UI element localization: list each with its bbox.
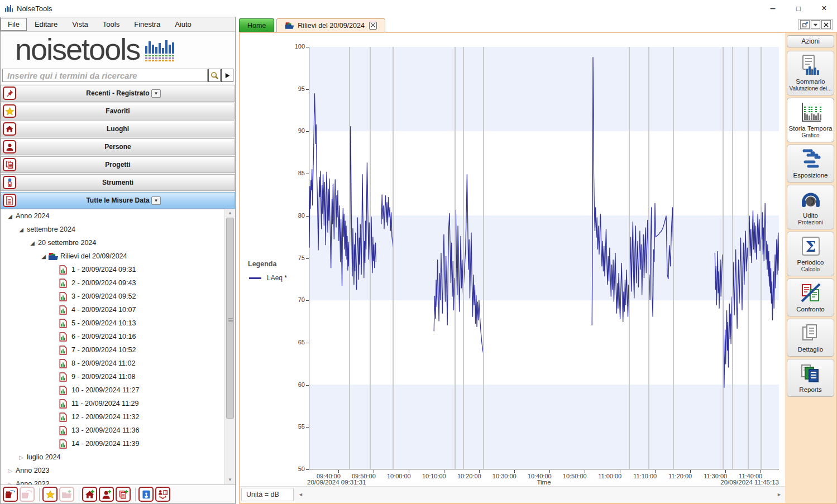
action-sublabel: Grafico	[801, 132, 819, 139]
tree-item[interactable]: 2 - 20/09/2024 09:43	[1, 276, 224, 290]
sidebar-category-progetti[interactable]: Progetti	[1, 156, 235, 173]
mdi-close-button[interactable]	[821, 20, 831, 29]
search-button[interactable]	[208, 69, 221, 82]
actions-panel: Azioni SommarioValutazione dei...Storia …	[785, 33, 836, 503]
chevron-down-icon[interactable]: ▼	[151, 89, 161, 98]
tab-rilievi[interactable]: Rilievi del 20/09/2024	[276, 18, 385, 32]
category-label: Recenti - Registrato	[1, 89, 235, 97]
action-esposizione[interactable]: Esposizione	[787, 145, 834, 183]
tree-item[interactable]: 4 - 20/09/2024 10:07	[1, 303, 224, 316]
expanded-expander-icon[interactable]: ◢	[6, 213, 15, 219]
action-sublabel: Calcolo	[801, 266, 820, 273]
category-label: Persone	[1, 143, 235, 151]
tree-item[interactable]: 10 - 20/09/2024 11:27	[1, 383, 224, 397]
minimize-button[interactable]: –	[760, 0, 786, 17]
tree-item[interactable]: 11 - 20/09/2024 11:29	[1, 397, 224, 410]
mdi-float-button[interactable]	[800, 20, 810, 29]
category-label: Luoghi	[1, 125, 235, 133]
tree-item[interactable]: 13 - 20/09/2024 11:36	[1, 424, 224, 437]
tree-item[interactable]: 1 - 20/09/2024 09:31	[1, 263, 224, 276]
maximize-button[interactable]: □	[786, 0, 811, 17]
person-add-button[interactable]	[99, 487, 114, 502]
measurement-boundary-gridline	[748, 47, 749, 469]
collapsed-expander-icon[interactable]: ▷	[17, 454, 26, 460]
tree-item[interactable]: 7 - 20/09/2024 10:52	[1, 343, 224, 357]
collapsed-expander-icon[interactable]: ▷	[6, 468, 15, 474]
category-label: Tutte le Misure Data	[1, 196, 235, 204]
tab-home[interactable]: Home	[239, 18, 274, 32]
star-box-button[interactable]	[42, 487, 58, 502]
tree-item[interactable]: ▷luglio 2024	[1, 450, 224, 464]
chart-plot-area[interactable]	[309, 47, 779, 469]
tree-scrollbar[interactable]: ▲ ▼	[224, 209, 235, 484]
search-input[interactable]	[2, 69, 208, 82]
action-confronto[interactable]: Confronto	[787, 279, 834, 316]
sidebar-category-tutte-le-misure-data[interactable]: Tutte le Misure Data▼	[1, 192, 235, 209]
y-tick-mark	[306, 216, 309, 217]
document-add-button[interactable]	[116, 487, 131, 502]
folder-open-button[interactable]	[3, 487, 18, 502]
tree-item[interactable]: ▷Anno 2023	[1, 464, 224, 477]
tree-item[interactable]: ◢Anno 2024	[1, 209, 224, 223]
tree-item-label: 4 - 20/09/2024 10:07	[71, 306, 136, 314]
recycle-bin-button[interactable]	[138, 487, 154, 502]
expanded-expander-icon[interactable]: ◢	[39, 253, 48, 260]
close-button[interactable]: ×	[811, 0, 837, 17]
scroll-down-icon[interactable]: ▼	[225, 476, 235, 484]
tree-item[interactable]: 14 - 20/09/2024 11:39	[1, 437, 224, 450]
hscroll-left-icon[interactable]: ◄	[298, 492, 303, 497]
tree-item[interactable]: ◢20 settembre 2024	[1, 236, 224, 249]
expanded-expander-icon[interactable]: ◢	[28, 240, 37, 246]
tree-item[interactable]: 12 - 20/09/2024 11:32	[1, 410, 224, 424]
action-udito[interactable]: UditoProtezioni	[787, 185, 834, 229]
sidebar-category-luoghi[interactable]: Luoghi	[1, 121, 235, 137]
assign-button[interactable]	[155, 487, 170, 502]
tree-item[interactable]: 8 - 20/09/2024 11:02	[1, 357, 224, 370]
tree-item[interactable]: ▷Anno 2022	[1, 477, 224, 484]
expanded-expander-icon[interactable]: ◢	[17, 227, 26, 233]
scroll-up-icon[interactable]: ▲	[225, 209, 235, 218]
menu-editare[interactable]: Editare	[28, 18, 64, 30]
hscroll-right-icon[interactable]: ►	[777, 492, 782, 497]
tree-item-label: settembre 2024	[27, 225, 75, 233]
mdi-collapse-button[interactable]	[811, 20, 820, 29]
tree-item[interactable]: 9 - 20/09/2024 11:08	[1, 370, 224, 383]
menu-aiuto[interactable]: Aiuto	[168, 18, 198, 30]
sidebar-category-strumenti[interactable]: Strumenti	[1, 174, 235, 191]
tree-item[interactable]: 3 - 20/09/2024 09:52	[1, 290, 224, 303]
sidebar-category-recenti-registrato[interactable]: Recenti - Registrato▼	[1, 85, 235, 102]
scrollbar-thumb[interactable]	[226, 218, 234, 419]
action-sommario[interactable]: SommarioValutazione dei...	[787, 51, 834, 95]
window-controls: –□×	[760, 0, 837, 17]
measurement-icon	[59, 292, 67, 301]
sidebar-category-favoriti[interactable]: Favoriti	[1, 103, 235, 119]
tree-item-label: 9 - 20/09/2024 11:08	[71, 373, 135, 381]
svg-text:Σ: Σ	[805, 238, 815, 255]
sidebar-category-persone[interactable]: Persone	[1, 138, 235, 155]
run-search-button[interactable]	[221, 69, 233, 82]
detail-icon	[800, 322, 822, 344]
action-storia-tempora[interactable]: Storia TemporaGrafico	[787, 98, 834, 142]
tree-item[interactable]: ◢settembre 2024	[1, 223, 224, 236]
tab-close-icon[interactable]	[369, 22, 377, 30]
measurement-icon	[59, 345, 67, 355]
action-reports[interactable]: Reports	[787, 359, 834, 397]
tree-item[interactable]: 6 - 20/09/2024 10:16	[1, 330, 224, 343]
tree-item[interactable]: 5 - 20/09/2024 10:13	[1, 316, 224, 330]
home-add-button[interactable]	[82, 487, 97, 502]
action-dettaglio[interactable]: Dettaglio	[787, 319, 834, 357]
laeq-series-swatch	[249, 277, 261, 279]
action-periodico[interactable]: ΣPeriodicoCalcolo	[787, 232, 834, 276]
sidebar: FileEditareVistaToolsFinestraAiuto noise…	[0, 17, 236, 504]
y-tick-label: 95	[287, 85, 305, 92]
menu-finestra[interactable]: Finestra	[127, 18, 167, 30]
menu-file[interactable]: File	[1, 18, 27, 31]
menu-vista[interactable]: Vista	[65, 18, 95, 30]
menu-tools[interactable]: Tools	[96, 18, 126, 30]
chevron-down-icon[interactable]: ▼	[151, 196, 161, 205]
y-tick-mark	[306, 469, 309, 470]
tree-item[interactable]: ◢Rilievi del 20/09/2024	[1, 249, 224, 263]
action-sublabel: Protezioni	[798, 219, 822, 226]
legend-title: Legenda	[248, 260, 276, 268]
tree-item-label: 2 - 20/09/2024 09:43	[71, 279, 136, 287]
